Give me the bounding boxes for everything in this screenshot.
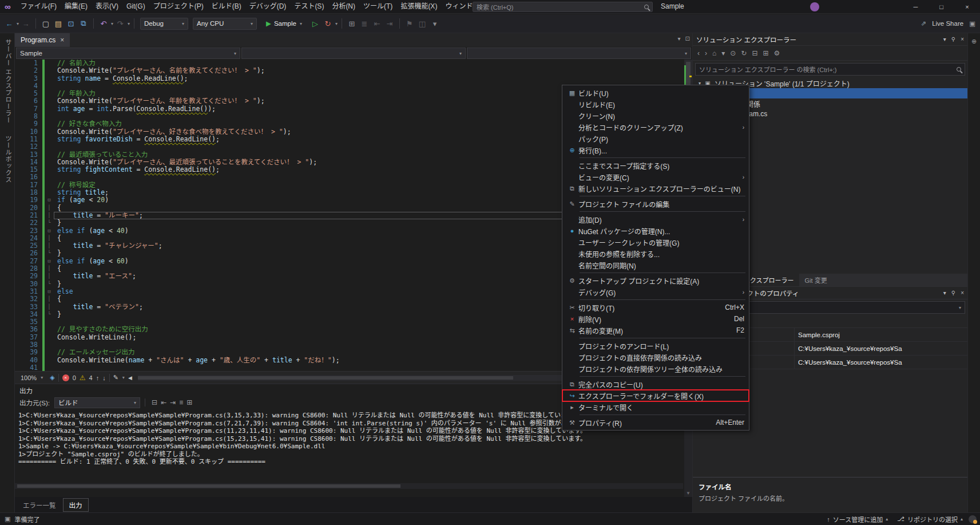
account-avatar[interactable] — [810, 2, 819, 11]
property-value[interactable]: Sample.csproj — [795, 331, 967, 338]
solution-search-input[interactable]: ソリューション エクスプローラー の検索 (Ctrl+;) — [695, 63, 965, 76]
context-menu-item[interactable]: プロジェクトのアンロード(L) — [562, 340, 749, 352]
property-value[interactable]: C:¥Users¥kaza_¥source¥repos¥Sa — [795, 345, 967, 352]
new-project-icon[interactable]: ▢ — [40, 17, 51, 30]
health-indicator-icon[interactable]: ◈ — [50, 374, 54, 381]
toolbar-overflow-icon[interactable]: ▾ — [429, 17, 441, 30]
context-menu-item[interactable]: プロジェクトの直接依存関係の読み込み — [562, 352, 749, 363]
chevron-down-icon[interactable]: ▾ — [335, 21, 338, 26]
pin-icon[interactable]: ⚲ — [951, 290, 955, 296]
goto-next-message-icon[interactable]: ⇥ — [168, 398, 177, 406]
context-menu-item[interactable]: ユーザー シークレットの管理(G) — [562, 236, 749, 248]
chevron-down-icon[interactable]: ▾ — [17, 21, 19, 26]
minimize-button[interactable]: ─ — [903, 0, 929, 14]
menubar-item[interactable]: ツール(T) — [359, 0, 396, 13]
collapse-all-icon[interactable]: ⊟ — [752, 49, 757, 57]
context-menu-item[interactable]: クリーン(N) — [562, 110, 749, 121]
menubar-item[interactable]: ビルド(B) — [208, 0, 245, 13]
fold-collapse-icon[interactable]: ⊟ — [45, 196, 54, 204]
type-dropdown[interactable]: ▾ — [241, 48, 466, 59]
pending-changes-filter-icon[interactable]: ⊙ — [730, 49, 736, 57]
context-menu-item[interactable]: 分析とコードのクリーンアップ(Z)› — [562, 121, 749, 133]
close-button[interactable]: × — [954, 0, 980, 14]
member-dropdown[interactable]: ▾ — [467, 48, 691, 59]
add-to-source-control-button[interactable]: ↑ソース管理に追加▴ — [827, 515, 888, 524]
context-menu-item[interactable]: リビルド(E) — [562, 98, 749, 110]
code-cleanup-icon[interactable]: ✎ — [113, 374, 118, 381]
code-line[interactable]: 2Console.Write("プレイヤーさん、名前を教えてください！ > ")… — [15, 67, 684, 74]
undo-icon[interactable]: ↶ — [98, 17, 109, 30]
context-menu-item[interactable]: ⚒プロパティ(R)Alt+Enter — [562, 417, 749, 428]
live-share-label[interactable]: Live Share — [932, 20, 963, 27]
notifications-bell-icon[interactable] — [969, 515, 977, 523]
chevron-down-icon[interactable]: ▾ — [943, 290, 946, 296]
output-horizontal-scrollbar[interactable] — [15, 483, 683, 489]
property-value[interactable]: C:¥Users¥kaza_¥source¥repos¥Sa — [795, 359, 967, 366]
context-menu-item[interactable]: ✎プロジェクト ファイルの編集 — [562, 198, 749, 210]
context-menu-item[interactable]: パック(P) — [562, 133, 749, 144]
dock-tab-1[interactable]: Git 変更 — [800, 274, 832, 286]
tab-close-icon[interactable]: × — [60, 36, 64, 44]
open-file-icon[interactable]: ▤ — [53, 17, 64, 30]
chevron-down-icon[interactable]: ▾ — [943, 36, 946, 42]
context-menu-item[interactable]: デバッグ(G)› — [562, 286, 749, 298]
switch-views-icon[interactable]: ▾ — [721, 49, 725, 57]
goto-previous-message-icon[interactable]: ⇤ — [159, 398, 168, 406]
chevron-down-icon[interactable]: ▾ — [111, 21, 113, 26]
indent-decrease-icon[interactable]: ⇤ — [371, 17, 383, 30]
home-icon[interactable]: ⌂ — [712, 49, 716, 57]
maximize-button[interactable]: □ — [929, 0, 954, 14]
solution-configuration-combo[interactable]: Debug▾ — [140, 18, 188, 30]
hot-reload-icon[interactable]: ↻ — [322, 17, 334, 30]
warning-count[interactable]: 4 — [89, 374, 93, 381]
zoom-dropdown[interactable]: 100% ▾ — [17, 373, 46, 383]
context-menu-item[interactable]: ▦ビルド(U) — [562, 87, 749, 98]
error-count[interactable]: 0 — [73, 374, 76, 381]
output-source-dropdown[interactable]: ビルド ▾ — [54, 397, 140, 408]
code-line[interactable]: 1// 名前入力 — [15, 60, 684, 67]
next-issue-icon[interactable]: ↓ — [102, 374, 106, 381]
error-icon[interactable]: × — [62, 374, 69, 381]
left-strip-tab[interactable]: ツールボックス — [0, 129, 16, 189]
menubar-item[interactable]: 拡張機能(X) — [396, 0, 441, 13]
context-menu-item[interactable]: ビューの変更(C)› — [562, 171, 749, 183]
navigate-backward-icon[interactable]: ← — [3, 17, 15, 30]
scroll-left-icon[interactable]: ◀ — [128, 375, 132, 381]
sync-with-active-document-icon[interactable]: ↻ — [741, 49, 747, 57]
save-all-icon[interactable]: ⧉ — [78, 17, 89, 30]
fold-collapse-icon[interactable]: ⊟ — [45, 227, 54, 235]
menubar-item[interactable]: 編集(E) — [61, 0, 92, 13]
bookmark-prev-icon[interactable]: ◫ — [416, 17, 428, 30]
context-menu-item[interactable]: ×削除(V)Del — [562, 313, 749, 325]
context-menu-item[interactable]: 未使用の参照を削除する... — [562, 248, 749, 259]
menubar-item[interactable]: ファイル(F) — [17, 0, 61, 13]
properties-icon[interactable]: ⚙ — [774, 49, 780, 57]
start-without-debugging-icon[interactable]: ▷ — [310, 17, 321, 30]
float-window-icon[interactable]: ⊡ — [685, 35, 690, 42]
bottom-tab-0[interactable]: エラー一覧 — [17, 499, 62, 511]
context-menu-item[interactable]: プロジェクトの依存関係ツリー全体の読み込み — [562, 363, 749, 374]
word-wrap-icon[interactable]: ≡ — [177, 398, 185, 406]
menubar-item[interactable]: 分析(N) — [328, 0, 359, 13]
previous-issue-icon[interactable]: ↑ — [96, 374, 100, 381]
feedback-icon[interactable]: ▣ — [969, 19, 975, 27]
bookmark-icon[interactable]: ⚑ — [404, 17, 415, 30]
solution-platform-combo[interactable]: Any CPU▾ — [193, 18, 257, 30]
close-icon[interactable]: × — [961, 36, 964, 42]
active-files-dropdown-icon[interactable]: ▾ — [678, 35, 681, 42]
pin-icon[interactable]: ⚲ — [951, 36, 955, 42]
warning-icon[interactable]: ⚠ — [80, 374, 86, 382]
select-repository-button[interactable]: ⎇リポジトリの選択▴ — [897, 515, 963, 524]
context-menu-item[interactable]: ⧉新しいソリューション エクスプローラーのビュー(N) — [562, 183, 749, 194]
save-icon[interactable]: ⊡ — [65, 17, 77, 30]
quick-search-box[interactable]: 検索 (Ctrl+Q) — [473, 2, 653, 12]
find-message-icon[interactable]: ⊟ — [150, 398, 159, 406]
fold-collapse-icon[interactable]: ⊟ — [45, 258, 54, 265]
forward-icon[interactable]: › — [705, 49, 707, 57]
project-dropdown[interactable]: Sample ▾ — [16, 48, 240, 59]
context-menu-item[interactable]: 名前空間の同期(N) — [562, 259, 749, 271]
redo-icon[interactable]: ↷ — [114, 17, 126, 30]
bottom-tab-1[interactable]: 出力 — [63, 498, 89, 512]
code-line[interactable]: 3string name = Console.ReadLine(); — [15, 75, 684, 82]
clear-all-icon[interactable]: ⊞ — [185, 398, 194, 406]
